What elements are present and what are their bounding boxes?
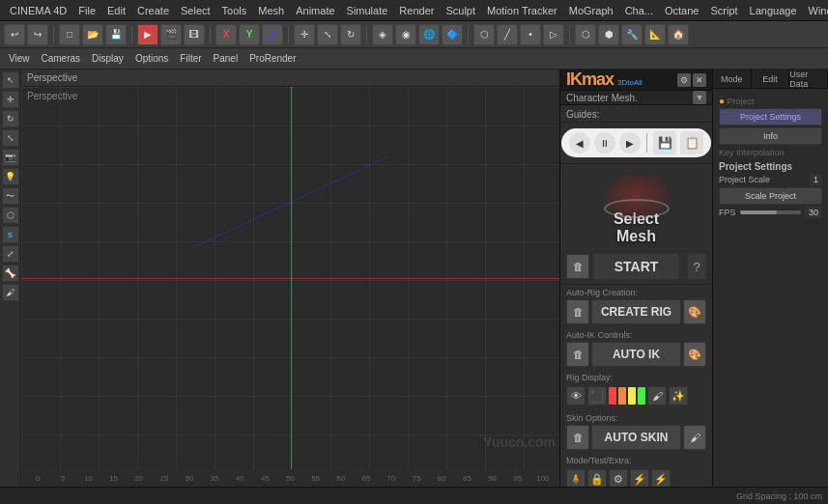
- live-btn[interactable]: ▷: [543, 24, 564, 45]
- tool-btn4[interactable]: 📐: [644, 24, 666, 45]
- tb2-filter[interactable]: Filter: [175, 51, 206, 66]
- paint-icon-btn[interactable]: 🖌: [647, 386, 667, 406]
- help-button[interactable]: ?: [687, 253, 706, 280]
- left-tool-spline[interactable]: 〜: [2, 187, 19, 205]
- menu-language[interactable]: Language: [744, 3, 803, 18]
- ik-trash-btn[interactable]: 🗑: [566, 342, 589, 367]
- menu-animate[interactable]: Animate: [290, 3, 340, 18]
- menu-render[interactable]: Render: [393, 3, 440, 18]
- tab-user-data[interactable]: User Data: [789, 70, 828, 88]
- rig-extra-btn[interactable]: 🎨: [683, 299, 706, 324]
- save-floppy-btn[interactable]: 💾: [653, 131, 676, 154]
- scale-btn[interactable]: ⤡: [317, 24, 338, 45]
- object-btn[interactable]: ◉: [395, 24, 416, 45]
- tb2-options[interactable]: Options: [130, 51, 173, 66]
- menu-cha[interactable]: Cha...: [619, 3, 659, 18]
- left-tool-deform[interactable]: ⤢: [2, 245, 19, 263]
- left-tool-move[interactable]: ✛: [2, 91, 19, 108]
- tool-btn2[interactable]: ⬢: [598, 24, 619, 45]
- open-btn[interactable]: 📂: [82, 24, 103, 45]
- start-button[interactable]: START: [593, 253, 679, 280]
- model-btn[interactable]: ◈: [372, 24, 393, 45]
- lightning2-icon-btn[interactable]: ⚡: [651, 469, 671, 487]
- left-tool-rotate[interactable]: ↻: [2, 110, 19, 127]
- render-btn[interactable]: ▶: [137, 24, 158, 45]
- menu-create[interactable]: Create: [131, 3, 175, 18]
- magic-icon-btn[interactable]: ✨: [669, 386, 688, 406]
- info-tab[interactable]: Info: [719, 127, 822, 145]
- pause-btn[interactable]: ⏸: [594, 132, 615, 154]
- lock-icon-btn[interactable]: 🔒: [587, 469, 607, 487]
- point-btn[interactable]: •: [520, 24, 541, 45]
- menu-mograph[interactable]: MoGraph: [563, 3, 619, 18]
- cube-icon-btn[interactable]: ⬛: [587, 386, 607, 406]
- scale-project-btn[interactable]: Scale Project: [719, 187, 822, 205]
- tab-edit[interactable]: Edit: [752, 70, 790, 88]
- tab-mode[interactable]: Mode: [713, 70, 752, 88]
- poly-btn[interactable]: ⬡: [473, 24, 495, 45]
- new-btn[interactable]: □: [59, 24, 80, 45]
- menu-select[interactable]: Select: [175, 3, 216, 18]
- menu-script[interactable]: Script: [704, 3, 743, 18]
- menu-cinema4d[interactable]: CINEMA 4D: [4, 3, 72, 18]
- left-tool-light[interactable]: 💡: [2, 168, 19, 185]
- tool-btn3[interactable]: 🔧: [621, 24, 642, 45]
- lightning-icon-btn[interactable]: ⚡: [630, 469, 649, 487]
- left-tool-rigging[interactable]: 🦴: [2, 265, 19, 282]
- skin-extra-btn[interactable]: 🖌: [683, 425, 706, 450]
- y-axis-btn[interactable]: Y: [239, 24, 260, 45]
- select-mesh-area[interactable]: Select Mesh: [560, 164, 712, 249]
- skin-trash-btn[interactable]: 🗑: [566, 425, 589, 450]
- menu-mesh[interactable]: Mesh: [252, 3, 290, 18]
- undo-btn[interactable]: ↩: [4, 24, 25, 45]
- z-axis-btn[interactable]: Z: [262, 24, 283, 45]
- menu-simulate[interactable]: Simulate: [341, 3, 394, 18]
- render-all-btn[interactable]: 🎞: [184, 24, 205, 45]
- person-icon-btn[interactable]: 🧍: [566, 469, 585, 487]
- menu-file[interactable]: File: [72, 3, 101, 18]
- eye-icon-btn[interactable]: 👁: [566, 386, 585, 406]
- viewport-canvas[interactable]: Perspective Yuucn.com: [21, 87, 559, 469]
- mesh-options-btn[interactable]: ▼: [693, 91, 706, 104]
- rotate-btn[interactable]: ↻: [340, 24, 361, 45]
- left-tool-paint[interactable]: 🖌: [2, 284, 19, 301]
- tb2-display[interactable]: Display: [87, 51, 128, 66]
- settings-icon-btn[interactable]: ⚙: [609, 469, 628, 487]
- tb2-cameras[interactable]: Cameras: [37, 51, 86, 66]
- edge-btn[interactable]: ╱: [497, 24, 518, 45]
- viewport[interactable]: Perspective Perspective Yuucn.com 0 5 10…: [21, 70, 559, 487]
- next-btn[interactable]: ▶: [619, 132, 641, 154]
- left-tool-scale[interactable]: ⤡: [2, 129, 19, 147]
- tb2-view[interactable]: View: [4, 51, 35, 66]
- create-rig-button[interactable]: CREATE RIG: [591, 299, 681, 324]
- menu-edit[interactable]: Edit: [101, 3, 131, 18]
- left-tool-poly[interactable]: ⬡: [2, 207, 19, 224]
- redo-btn[interactable]: ↪: [27, 24, 48, 45]
- snap-btn[interactable]: 🔷: [442, 24, 463, 45]
- left-tool-s[interactable]: S: [2, 226, 19, 243]
- tb2-prorender[interactable]: ProRender: [244, 51, 300, 66]
- menu-motion-tracker[interactable]: Motion Tracker: [481, 3, 563, 18]
- world-btn[interactable]: 🌐: [418, 24, 440, 45]
- save-folder-btn[interactable]: 📋: [680, 131, 703, 154]
- left-tool-camera[interactable]: 📷: [2, 149, 19, 166]
- fps-slider[interactable]: [740, 210, 801, 214]
- ik-extra-btn[interactable]: 🎨: [683, 342, 706, 367]
- tb2-panel[interactable]: Panel: [209, 51, 243, 66]
- panel-settings-btn[interactable]: ⚙: [677, 73, 691, 87]
- prev-btn[interactable]: ◀: [569, 132, 590, 154]
- start-trash-icon[interactable]: 🗑: [566, 254, 589, 279]
- save-btn[interactable]: 💾: [105, 24, 127, 45]
- auto-skin-button[interactable]: AUTO SKIN: [591, 425, 681, 450]
- tool-btn5[interactable]: 🏠: [668, 24, 689, 45]
- render-active-btn[interactable]: 🎬: [160, 24, 182, 45]
- auto-ik-button[interactable]: AUTO IK: [591, 342, 681, 367]
- panel-close-btn[interactable]: ✕: [693, 73, 706, 87]
- menu-window[interactable]: Window: [803, 3, 828, 18]
- x-axis-btn[interactable]: X: [215, 24, 237, 45]
- menu-sculpt[interactable]: Sculpt: [440, 3, 481, 18]
- menu-tools[interactable]: Tools: [216, 3, 253, 18]
- project-settings-tab[interactable]: Project Settings: [719, 108, 822, 126]
- tool-btn1[interactable]: ⬡: [575, 24, 596, 45]
- move-btn[interactable]: ✛: [294, 24, 315, 45]
